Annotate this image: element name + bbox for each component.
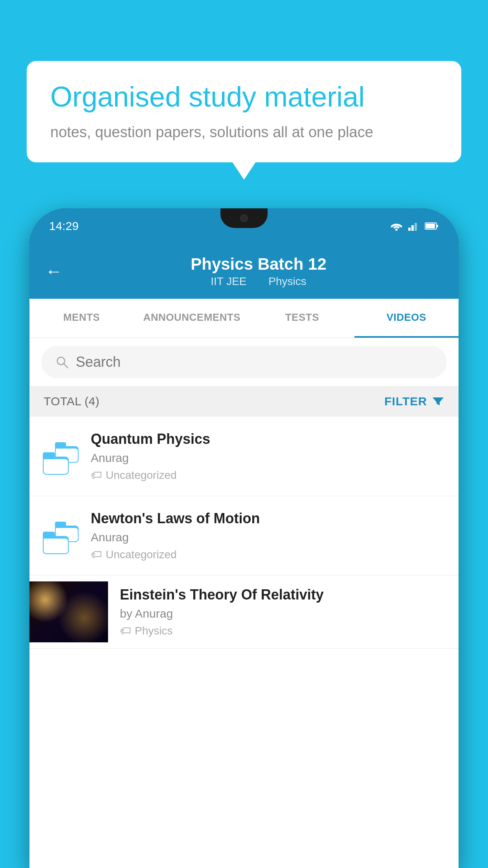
search-input[interactable] — [76, 354, 433, 370]
search-bar-container — [29, 338, 459, 386]
video-title: Einstein's Theory Of Relativity — [120, 587, 447, 603]
screen-subtitle: IIT JEE Physics — [74, 275, 443, 288]
tab-videos[interactable]: VIDEOS — [354, 299, 459, 338]
filter-button[interactable]: FILTER — [384, 395, 444, 408]
list-item[interactable]: Einstein's Theory Of Relativity by Anura… — [29, 576, 459, 649]
search-icon — [55, 355, 69, 369]
tag-label: Physics — [135, 625, 172, 637]
status-bar: 14:29 — [29, 208, 459, 244]
video-thumbnail — [29, 581, 108, 642]
phone-notch — [220, 208, 268, 228]
video-title: Newton's Laws of Motion — [91, 510, 444, 527]
tab-ments[interactable]: MENTS — [29, 299, 134, 338]
signal-icon — [408, 221, 419, 231]
video-author: Anurag — [91, 531, 444, 544]
video-tag: 🏷 Uncategorized — [91, 548, 444, 561]
total-count: TOTAL (4) — [44, 395, 99, 408]
speech-bubble: Organised study material notes, question… — [27, 61, 461, 162]
app-header: ← Physics Batch 12 IIT JEE Physics — [29, 244, 459, 299]
tag-icon: 🏷 — [120, 624, 131, 637]
video-author: by Anurag — [120, 607, 447, 620]
list-item[interactable]: Newton's Laws of Motion Anurag 🏷 Uncateg… — [29, 496, 459, 576]
list-item[interactable]: Quantum Physics Anurag 🏷 Uncategorized — [29, 417, 459, 496]
folder-icon-container — [44, 439, 79, 474]
status-icons — [390, 221, 439, 231]
thumbnail-bg — [29, 581, 108, 642]
video-item-info: Newton's Laws of Motion Anurag 🏷 Uncateg… — [91, 510, 444, 561]
tabs-bar: MENTS ANNOUNCEMENTS TESTS VIDEOS — [29, 299, 459, 338]
filter-label: FILTER — [384, 395, 427, 408]
front-camera — [240, 214, 248, 222]
battery-icon — [425, 221, 439, 231]
svg-line-8 — [64, 364, 68, 368]
wifi-icon — [390, 221, 403, 231]
tab-announcements[interactable]: ANNOUNCEMENTS — [134, 299, 250, 338]
tag-icon: 🏷 — [91, 469, 102, 482]
folder-stack-icon — [44, 439, 79, 474]
filter-icon — [432, 396, 444, 407]
svg-point-0 — [395, 228, 398, 231]
subtitle-iit: IIT JEE — [211, 275, 246, 287]
svg-rect-2 — [411, 225, 414, 231]
screen-title: Physics Batch 12 — [74, 255, 443, 274]
back-button[interactable]: ← — [45, 261, 62, 281]
folder-front-icon — [43, 531, 69, 554]
tab-tests[interactable]: TESTS — [250, 299, 354, 338]
video-item-info: Quantum Physics Anurag 🏷 Uncategorized — [91, 431, 444, 482]
folder-icon-container — [44, 518, 79, 554]
subtitle-physics: Physics — [268, 275, 306, 287]
bubble-subtitle: notes, question papers, solutions all at… — [50, 122, 438, 143]
search-bar[interactable] — [41, 346, 447, 378]
video-item-info: Einstein's Theory Of Relativity by Anura… — [108, 576, 459, 648]
filter-bar: TOTAL (4) FILTER — [29, 386, 459, 417]
status-time: 14:29 — [49, 219, 79, 233]
bubble-title: Organised study material — [50, 81, 438, 113]
tag-label: Uncategorized — [106, 548, 177, 561]
svg-rect-5 — [437, 225, 438, 227]
video-tag: 🏷 Physics — [120, 624, 447, 637]
video-title: Quantum Physics — [91, 431, 444, 447]
svg-rect-6 — [426, 224, 435, 228]
video-tag: 🏷 Uncategorized — [91, 469, 444, 482]
svg-rect-3 — [415, 223, 417, 231]
folder-front-icon — [43, 452, 69, 474]
tag-label: Uncategorized — [106, 469, 177, 482]
phone-frame: 14:29 — [29, 208, 459, 868]
video-author: Anurag — [91, 451, 444, 465]
tag-icon: 🏷 — [91, 548, 102, 561]
header-title-area: Physics Batch 12 IIT JEE Physics — [74, 255, 443, 288]
video-list: Quantum Physics Anurag 🏷 Uncategorized — [29, 417, 459, 868]
phone-screen: ← Physics Batch 12 IIT JEE Physics MENTS… — [29, 244, 459, 868]
svg-rect-1 — [408, 228, 411, 231]
folder-stack-icon — [44, 519, 79, 553]
